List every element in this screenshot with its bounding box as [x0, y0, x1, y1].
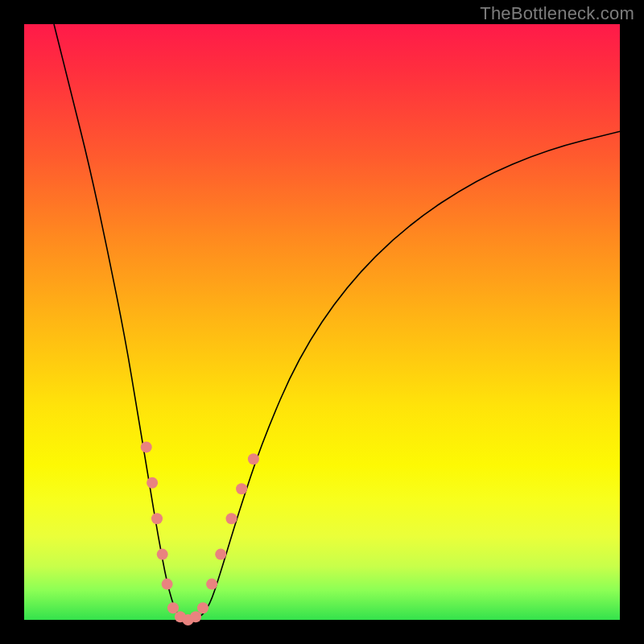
curve-layer — [24, 24, 620, 620]
data-dot — [141, 441, 152, 452]
data-dot — [151, 513, 163, 524]
data-dot — [190, 611, 201, 622]
data-dot — [248, 453, 259, 464]
data-dot — [206, 579, 217, 590]
data-dot — [236, 483, 247, 494]
watermark-text: TheBottleneck.com — [480, 3, 634, 24]
data-dot — [162, 579, 173, 590]
data-dot — [167, 602, 179, 613]
data-dot — [157, 549, 168, 560]
chart-frame: TheBottleneck.com — [0, 0, 644, 644]
data-dot — [226, 513, 237, 524]
data-dot — [215, 549, 226, 560]
data-dot — [197, 602, 208, 613]
plot-area — [24, 24, 620, 620]
bottleneck-curve — [54, 24, 620, 620]
data-dot — [147, 477, 158, 489]
